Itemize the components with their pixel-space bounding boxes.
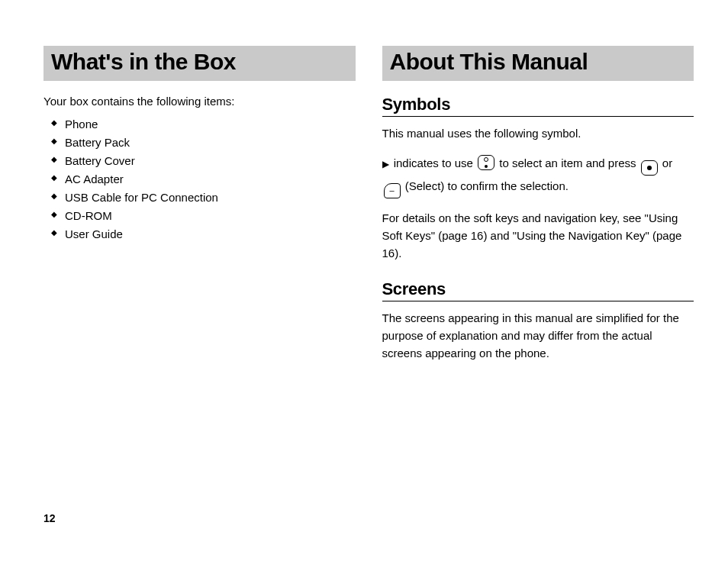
diamond-bullet-icon: ◆ — [51, 227, 57, 239]
list-item: ◆User Guide — [65, 225, 356, 243]
page-number: 12 — [43, 512, 56, 524]
symbol-text-or: or — [662, 156, 672, 169]
item-label: Phone — [65, 118, 98, 131]
right-column: About This Manual Symbols This manual us… — [382, 46, 694, 372]
list-item: ◆CD-ROM — [65, 207, 356, 225]
item-label: USB Cable for PC Connection — [65, 191, 218, 204]
page-columns: What's in the Box Your box contains the … — [0, 0, 728, 372]
about-this-manual-heading: About This Manual — [382, 46, 694, 81]
triangle-right-icon: ▶ — [382, 156, 389, 173]
screens-body-text: The screens appearing in this manual are… — [382, 309, 694, 363]
whats-in-the-box-heading: What's in the Box — [43, 46, 356, 81]
diamond-bullet-icon: ◆ — [51, 117, 57, 129]
item-label: AC Adapter — [65, 172, 124, 185]
item-label: User Guide — [65, 227, 123, 240]
symbol-text-pre: indicates to use — [394, 156, 473, 169]
list-item: ◆Battery Pack — [65, 134, 356, 152]
diamond-bullet-icon: ◆ — [51, 153, 57, 166]
diamond-bullet-icon: ◆ — [51, 172, 57, 184]
list-item: ◆Phone — [65, 115, 356, 134]
symbol-explanation-line: ▶ indicates to use to select an item and… — [382, 153, 694, 198]
item-label: CD-ROM — [65, 209, 112, 222]
navigation-key-icon — [478, 155, 494, 170]
diamond-bullet-icon: ◆ — [51, 135, 57, 147]
item-label: Battery Pack — [65, 136, 130, 149]
item-label: Battery Cover — [65, 154, 135, 167]
symbols-subheading: Symbols — [382, 95, 694, 117]
list-item: ◆Battery Cover — [65, 152, 356, 170]
symbol-text-mid: to select an item and press — [499, 156, 636, 169]
box-items-list: ◆Phone ◆Battery Pack ◆Battery Cover ◆AC … — [65, 115, 356, 243]
screens-subheading: Screens — [382, 279, 694, 301]
box-intro-text: Your box contains the following items: — [43, 95, 356, 108]
left-column: What's in the Box Your box contains the … — [43, 46, 356, 372]
diamond-bullet-icon: ◆ — [51, 190, 57, 202]
soft-key-icon — [384, 183, 401, 198]
symbols-details-text: For details on the soft keys and navigat… — [382, 209, 694, 263]
symbols-intro-text: This manual uses the following symbol. — [382, 124, 694, 142]
list-item: ◆AC Adapter — [65, 170, 356, 189]
diamond-bullet-icon: ◆ — [51, 208, 57, 221]
symbol-text-post: (Select) to confirm the selection. — [405, 179, 569, 192]
list-item: ◆USB Cable for PC Connection — [65, 189, 356, 207]
center-key-icon — [641, 160, 658, 176]
